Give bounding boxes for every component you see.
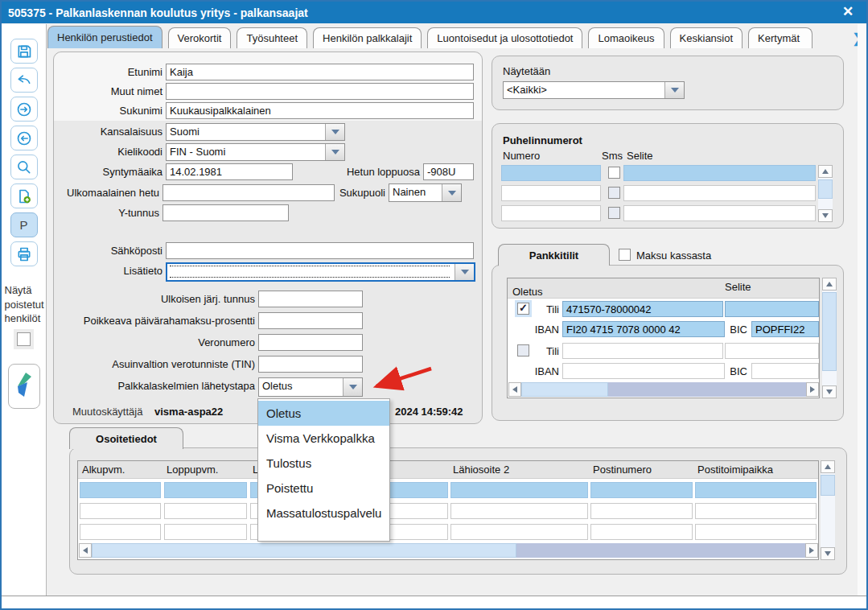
show-deleted-checkbox[interactable] <box>17 332 31 346</box>
scrollbar-thumb[interactable] <box>521 382 608 397</box>
sms-checkbox[interactable] <box>608 187 620 199</box>
scroll-up-button[interactable] <box>822 278 837 291</box>
phone-selite-cell[interactable] <box>623 185 816 201</box>
kansalaisuus-dropdown-button[interactable] <box>325 124 344 140</box>
address-cell[interactable] <box>590 503 693 519</box>
address-cell[interactable] <box>695 482 817 498</box>
sms-checkbox[interactable] <box>608 207 620 219</box>
p-mode-button[interactable]: P <box>10 212 38 237</box>
address-cell[interactable] <box>450 503 588 519</box>
phone-selite-cell[interactable] <box>623 205 816 221</box>
etunimi-field[interactable] <box>166 64 474 80</box>
tab-pankkitilit[interactable]: Pankkitilit <box>498 244 610 266</box>
print-button[interactable] <box>10 241 38 266</box>
tab-henkilon-perustiedot[interactable]: Henkilön perustiedot <box>47 26 162 48</box>
tab-keskiansiot[interactable]: Keskiansiot <box>670 27 743 48</box>
syntymaaika-field[interactable] <box>166 163 293 180</box>
kielikoodi-combo[interactable]: FIN - Suomi <box>166 143 345 161</box>
iban-field[interactable]: FI20 4715 7078 0000 42 <box>562 321 725 337</box>
address-cell[interactable] <box>80 482 161 498</box>
ulkomaalainen-hetu-field[interactable] <box>162 184 335 201</box>
default-account-checkbox[interactable] <box>517 303 529 315</box>
search-button[interactable] <box>10 155 38 179</box>
scroll-up-button[interactable] <box>821 460 835 473</box>
lisatieto-combo[interactable] <box>166 262 475 282</box>
maksu-kassasta-checkbox[interactable] <box>619 249 631 261</box>
save-button[interactable] <box>10 39 38 64</box>
sukupuoli-combo[interactable]: Nainen <box>389 183 462 202</box>
address-cell[interactable] <box>450 524 588 540</box>
bank-horizontal-scrollbar[interactable] <box>508 382 819 397</box>
sukunimi-field[interactable] <box>166 102 474 119</box>
scrollbar-thumb[interactable] <box>822 292 837 371</box>
scroll-down-button[interactable] <box>818 209 833 222</box>
naytetaan-combo[interactable]: <Kaikki> <box>503 81 685 99</box>
account-selite-field[interactable] <box>725 343 819 359</box>
phone-selite-cell[interactable] <box>623 165 816 181</box>
lahetystapa-combo[interactable]: Oletus <box>258 377 363 397</box>
tab-kertymat[interactable]: Kertymät <box>748 27 812 48</box>
address-cell[interactable] <box>80 524 161 540</box>
tab-tyosuhteet[interactable]: Työsuhteet <box>237 27 307 48</box>
dropdown-option-poistettu[interactable]: Poistettu <box>258 476 389 501</box>
scroll-down-button[interactable] <box>821 547 835 560</box>
hetun-loppuosa-field[interactable] <box>423 163 474 180</box>
next-record-button[interactable] <box>10 97 38 122</box>
ulkoisen-jarj-tunnus-field[interactable] <box>258 291 363 307</box>
dropdown-option-tulostus[interactable]: Tulostus <box>258 451 389 476</box>
address-cell[interactable] <box>80 503 161 519</box>
scroll-left-button[interactable] <box>79 543 92 558</box>
scrollbar-thumb[interactable] <box>92 543 516 558</box>
visma-logo-button[interactable] <box>8 364 40 409</box>
tab-osoitetiedot[interactable]: Osoitetiedot <box>69 427 183 449</box>
poikkeava-paivarahamaksu-field[interactable] <box>258 312 363 329</box>
lisatieto-dropdown-button[interactable] <box>455 264 474 280</box>
scroll-left-button[interactable] <box>508 382 521 397</box>
address-horizontal-scrollbar[interactable] <box>79 543 818 558</box>
tili-field[interactable] <box>562 343 723 359</box>
scroll-down-button[interactable] <box>822 385 837 398</box>
new-record-button[interactable] <box>10 183 38 208</box>
tab-verokortit[interactable]: Verokortit <box>168 27 232 48</box>
tili-field[interactable]: 471570-78000042 <box>562 301 723 317</box>
address-cell[interactable] <box>164 524 247 540</box>
scrollbar-thumb[interactable] <box>818 179 833 199</box>
lahetystapa-dropdown-button[interactable] <box>343 378 362 396</box>
tab-henkilon-palkkalajit[interactable]: Henkilön palkkalajit <box>313 27 422 48</box>
phone-number-cell[interactable] <box>501 185 601 201</box>
kansalaisuus-combo[interactable]: Suomi <box>166 123 345 141</box>
tab-luontoisedut[interactable]: Luontoisedut ja ulosottotiedot <box>427 27 582 48</box>
veronumero-field[interactable] <box>258 334 363 351</box>
close-icon[interactable]: ✕ <box>839 3 857 20</box>
iban-field[interactable] <box>562 363 725 379</box>
naytetaan-dropdown-button[interactable] <box>664 82 684 98</box>
bic-field[interactable]: POPFFI22 <box>751 321 819 337</box>
default-account-checkbox[interactable] <box>517 344 529 357</box>
sahkoposti-field[interactable] <box>166 242 474 259</box>
phone-number-cell[interactable] <box>501 165 601 181</box>
phone-number-cell[interactable] <box>501 205 601 221</box>
address-cell[interactable] <box>695 524 817 540</box>
phone-list-scrollbar[interactable] <box>818 165 833 222</box>
address-cell[interactable] <box>695 503 817 519</box>
address-cell[interactable] <box>164 503 247 519</box>
sms-checkbox[interactable] <box>608 167 620 179</box>
dropdown-option-visma-verkkopalkka[interactable]: Visma Verkkopalkka <box>258 426 389 451</box>
kielikoodi-dropdown-button[interactable] <box>325 144 344 160</box>
address-cell[interactable] <box>164 482 247 498</box>
dropdown-option-oletus[interactable]: Oletus <box>258 401 389 426</box>
address-cell[interactable] <box>590 482 693 498</box>
address-cell[interactable] <box>450 482 588 498</box>
muut-nimet-field[interactable] <box>166 83 474 100</box>
scroll-up-button[interactable] <box>818 165 833 178</box>
account-selite-field[interactable] <box>725 301 819 317</box>
address-vertical-scrollbar[interactable] <box>821 460 835 560</box>
y-tunnus-field[interactable] <box>162 204 289 221</box>
tab-lomaoikeus[interactable]: Lomaoikeus <box>588 27 664 48</box>
sukupuoli-dropdown-button[interactable] <box>442 184 461 201</box>
scroll-right-button[interactable] <box>805 543 818 558</box>
bank-vertical-scrollbar[interactable] <box>822 278 837 398</box>
scroll-right-button[interactable] <box>806 382 819 397</box>
dropdown-option-massatulostuspalvelu[interactable]: Massatulostuspalvelu <box>258 501 389 526</box>
address-cell[interactable] <box>590 524 693 540</box>
